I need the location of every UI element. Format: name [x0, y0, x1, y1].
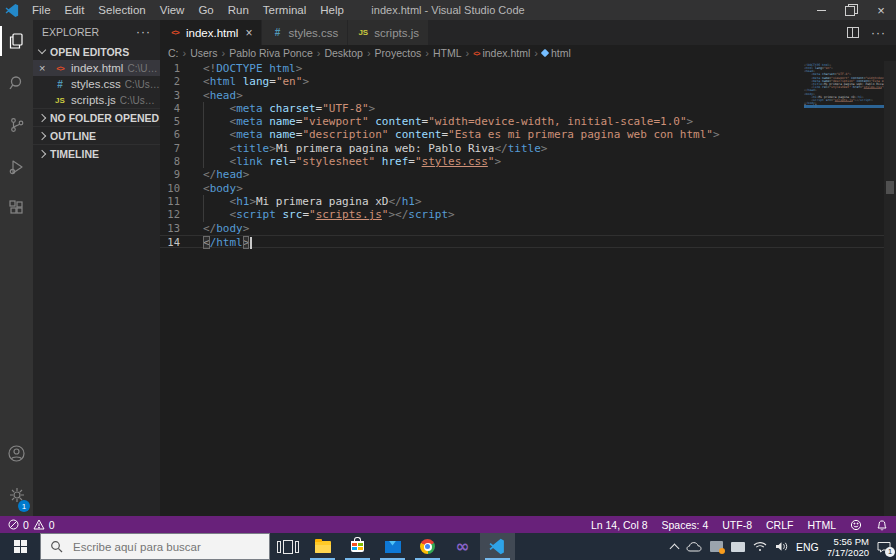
open-editor-styles.css[interactable]: #styles.cssC:\Users\...: [33, 76, 160, 92]
line-number[interactable]: 5: [160, 115, 203, 128]
code-line-13[interactable]: 13</body>: [160, 222, 884, 235]
open-editors-header[interactable]: OPEN EDITORS: [33, 43, 160, 60]
visual-studio-button[interactable]: ∞: [445, 533, 480, 560]
open-editor-index.html[interactable]: ×<>index.htmlC:\User...: [33, 60, 160, 76]
settings-gear-icon[interactable]: 1: [0, 474, 33, 516]
line-number[interactable]: 11: [160, 195, 203, 208]
breadcrumb-item[interactable]: Desktop: [324, 47, 363, 59]
section-no-folder-opened[interactable]: NO FOLDER OPENED: [33, 108, 160, 126]
menu-file[interactable]: File: [25, 0, 58, 20]
more-actions-icon[interactable]: ···: [136, 25, 151, 39]
line-number[interactable]: 9: [160, 168, 203, 181]
open-editor-scripts.js[interactable]: JSscripts.jsC:\Users\...: [33, 92, 160, 108]
code-line-5[interactable]: 5 <meta name="viewport" content="width=d…: [160, 115, 884, 128]
breadcrumb-item[interactable]: html: [542, 47, 571, 59]
breadcrumb-item[interactable]: Users: [190, 47, 217, 59]
menu-go[interactable]: Go: [191, 0, 220, 20]
restore-icon[interactable]: [836, 0, 866, 20]
line-number[interactable]: 10: [160, 182, 203, 195]
search-icon[interactable]: [0, 62, 33, 104]
status-utf-8[interactable]: UTF-8: [722, 519, 752, 531]
file-explorer-button[interactable]: [305, 533, 340, 560]
split-editor-icon[interactable]: [847, 27, 859, 38]
status-spaces-4[interactable]: Spaces: 4: [662, 519, 709, 531]
status-ln-14-col-8[interactable]: Ln 14, Col 8: [591, 519, 648, 531]
taskbar-search[interactable]: [40, 533, 270, 560]
wifi-icon[interactable]: [753, 541, 767, 552]
menu-selection[interactable]: Selection: [91, 0, 152, 20]
sync-alert-icon[interactable]: [710, 541, 723, 552]
minimap[interactable]: <!DOCTYPE html><html lang="en"><head> <m…: [804, 63, 884, 111]
section-timeline[interactable]: TIMELINE: [33, 144, 160, 162]
line-number[interactable]: 13: [160, 222, 203, 235]
status-html[interactable]: HTML: [807, 519, 836, 531]
line-number[interactable]: 1: [160, 62, 203, 75]
minimize-icon[interactable]: [806, 0, 836, 20]
menu-view[interactable]: View: [153, 0, 192, 20]
explorer-icon[interactable]: [0, 20, 33, 62]
menu-terminal[interactable]: Terminal: [256, 0, 313, 20]
code-line-9[interactable]: 9</head>: [160, 168, 884, 181]
code-line-14[interactable]: 14</html>: [160, 235, 884, 248]
feedback-icon[interactable]: [850, 519, 862, 531]
code-line-6[interactable]: 6 <meta name="description" content="Esta…: [160, 128, 884, 141]
breadcrumb-item[interactable]: C:: [168, 47, 179, 59]
menu-edit[interactable]: Edit: [58, 0, 92, 20]
code-line-7[interactable]: 7 <title>Mi primera pagina web: Pablo Ri…: [160, 142, 884, 155]
breadcrumb-item[interactable]: Pablo Riva Ponce: [229, 47, 312, 59]
scrollbar-thumb[interactable]: [886, 181, 894, 194]
code-line-4[interactable]: 4 <meta charset="UTF-8">: [160, 102, 884, 115]
line-number[interactable]: 3: [160, 89, 203, 102]
menu-run[interactable]: Run: [221, 0, 256, 20]
line-number[interactable]: 8: [160, 155, 203, 168]
action-center-button[interactable]: 1: [877, 541, 891, 553]
tab-index.html[interactable]: <>index.html×: [160, 20, 262, 45]
status-crlf[interactable]: CRLF: [766, 519, 793, 531]
start-button[interactable]: [0, 533, 40, 560]
breadcrumb-item[interactable]: Proyectos: [375, 47, 422, 59]
store-button[interactable]: [340, 533, 375, 560]
source-control-icon[interactable]: [0, 104, 33, 146]
volume-icon[interactable]: [775, 541, 788, 552]
line-number[interactable]: 2: [160, 75, 203, 88]
clock[interactable]: 5:56 PM 7/17/2020: [827, 536, 869, 558]
more-actions-icon[interactable]: ···: [871, 26, 886, 40]
chrome-button[interactable]: [410, 533, 445, 560]
breadcrumb-item[interactable]: <>index.html: [473, 47, 530, 59]
tray-expand-icon[interactable]: [670, 543, 680, 553]
mail-button[interactable]: [375, 533, 410, 560]
code-line-1[interactable]: 1<!DOCTYPE html>: [160, 62, 884, 75]
code-line-8[interactable]: 8 <link rel="stylesheet" href="styles.cs…: [160, 155, 884, 168]
code-line-12[interactable]: 12 <script src="scripts.js"></script>: [160, 208, 884, 221]
line-number[interactable]: 14: [160, 236, 203, 247]
code-line-10[interactable]: 10<body>: [160, 182, 884, 195]
vscode-button[interactable]: [480, 533, 515, 560]
code-line-3[interactable]: 3<head>: [160, 89, 884, 102]
close-icon[interactable]: ×: [866, 0, 896, 20]
breadcrumb-item[interactable]: HTML: [433, 47, 462, 59]
notifications-bell-icon[interactable]: [876, 519, 888, 531]
code-line-11[interactable]: 11 <h1>Mi primera pagina xD</h1>: [160, 195, 884, 208]
code-line-2[interactable]: 2<html lang="en">: [160, 75, 884, 88]
line-number[interactable]: 7: [160, 142, 203, 155]
extensions-icon[interactable]: [0, 188, 33, 230]
scrollbar[interactable]: [884, 61, 896, 516]
section-outline[interactable]: OUTLINE: [33, 126, 160, 144]
tab-scripts.js[interactable]: JSscripts.js: [348, 20, 429, 45]
problems-indicator[interactable]: 0 0: [8, 519, 55, 531]
code-area[interactable]: 1<!DOCTYPE html>2<html lang="en">3<head>…: [160, 61, 896, 516]
account-icon[interactable]: [0, 432, 33, 474]
tab-styles.css[interactable]: #styles.css: [262, 20, 348, 45]
menu-help[interactable]: Help: [313, 0, 351, 20]
run-debug-icon[interactable]: [0, 146, 33, 188]
language-indicator[interactable]: ENG: [796, 541, 819, 553]
close-tab-icon[interactable]: ×: [245, 26, 252, 40]
line-number[interactable]: 4: [160, 102, 203, 115]
input-indicator-icon[interactable]: [731, 542, 745, 552]
line-number[interactable]: 6: [160, 128, 203, 141]
onedrive-cloud-icon[interactable]: [686, 541, 702, 552]
task-view-button[interactable]: [270, 533, 305, 560]
search-input[interactable]: [71, 540, 245, 554]
line-number[interactable]: 12: [160, 208, 203, 221]
close-editor-icon[interactable]: ×: [39, 60, 45, 76]
